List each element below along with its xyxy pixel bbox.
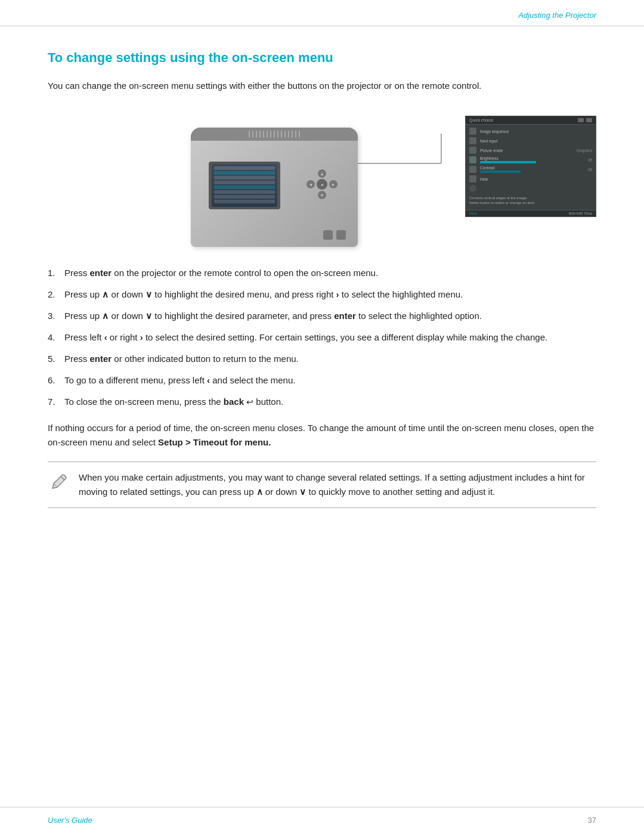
image-area: ▲ ◄ ● ► ▼ bbox=[48, 110, 596, 247]
menu-screenshot: Quick choice Image sequence bbox=[465, 116, 596, 217]
menu-row: Contrast 38 bbox=[466, 165, 596, 174]
list-item-6: 6. To go to a different menu, press left… bbox=[48, 373, 596, 388]
note-icon bbox=[48, 472, 69, 493]
menu-hint: Corrects vertical edges of the image. Se… bbox=[466, 195, 596, 207]
list-item-4: 4. Press left ‹ or right › to select the… bbox=[48, 330, 596, 345]
footer-page-number: 37 bbox=[588, 816, 596, 825]
menu-rows: Image sequence Next input bbox=[466, 125, 596, 195]
header-title: Adjusting the Projector bbox=[518, 11, 596, 20]
steps-list: 1. Press enter on the projector or the r… bbox=[48, 266, 596, 409]
menu-row: Hide bbox=[466, 174, 596, 184]
list-item-7: 7. To close the on-screen menu, press th… bbox=[48, 395, 596, 409]
menu-row bbox=[466, 184, 596, 193]
menu-footer-right: 800×600 75Hz bbox=[569, 212, 592, 215]
main-content: To change settings using the on-screen m… bbox=[0, 26, 644, 532]
note-content: When you make certain adjustments, you m… bbox=[79, 470, 596, 499]
menu-row: Next input bbox=[466, 136, 596, 145]
page-container: Adjusting the Projector To change settin… bbox=[0, 0, 644, 833]
note-text: When you make certain adjustments, you m… bbox=[79, 472, 585, 497]
menu-row: Picture mode Graphics bbox=[466, 145, 596, 155]
section-heading: To change settings using the on-screen m… bbox=[48, 50, 596, 66]
projector-vent bbox=[191, 128, 358, 141]
menu-row: Brightness 45 bbox=[466, 155, 596, 165]
menu-title: Quick choice bbox=[469, 118, 493, 122]
projector-body: ▲ ◄ ● ► ▼ bbox=[191, 141, 358, 247]
list-item-3: 3. Press up ∧ or down ∨ to highlight the… bbox=[48, 309, 596, 323]
projector-bottom-buttons bbox=[323, 230, 346, 240]
projector-screen bbox=[209, 162, 280, 209]
projector-box: ▲ ◄ ● ► ▼ bbox=[191, 128, 358, 247]
page-footer: User's Guide 37 bbox=[0, 807, 644, 833]
closing-paragraph: If nothing occurs for a period of time, … bbox=[48, 421, 596, 450]
menu-row: Image sequence bbox=[466, 126, 596, 136]
note-box: When you make certain adjustments, you m… bbox=[48, 462, 596, 508]
list-item-2: 2. Press up ∧ or down ∨ to highlight the… bbox=[48, 287, 596, 302]
list-item-1: 1. Press enter on the projector or the r… bbox=[48, 266, 596, 280]
projector-illustration: ▲ ◄ ● ► ▼ bbox=[191, 110, 453, 247]
intro-text: You can change the on-screen menu settin… bbox=[48, 79, 596, 93]
top-header: Adjusting the Projector bbox=[0, 0, 644, 26]
connector-line-svg bbox=[358, 128, 453, 187]
menu-footer-left: VGA bbox=[469, 212, 477, 215]
footer-left-text: User's Guide bbox=[48, 816, 92, 825]
projector-controls: ▲ ◄ ● ► ▼ bbox=[298, 163, 346, 205]
menu-footer: VGA 800×600 75Hz bbox=[466, 210, 596, 216]
list-item-5: 5. Press enter or other indicated button… bbox=[48, 352, 596, 366]
